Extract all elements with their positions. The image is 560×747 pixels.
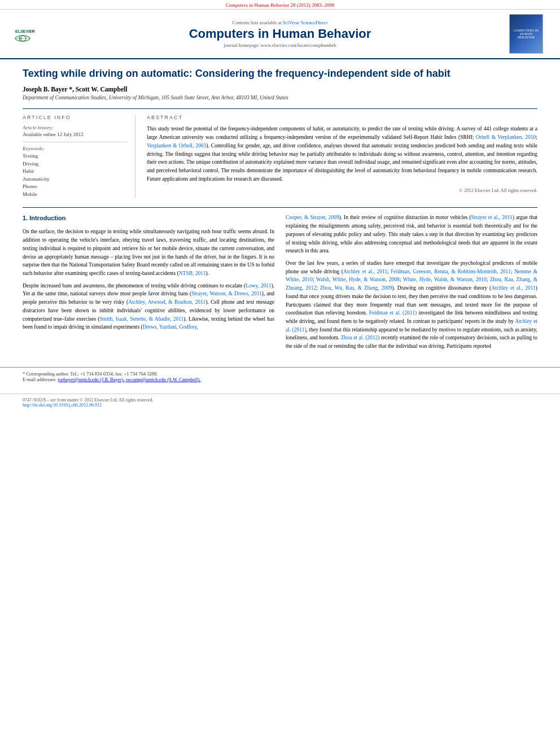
svg-text:ELSEVIER: ELSEVIER xyxy=(15,29,35,33)
section-divider xyxy=(23,207,537,208)
copyright-notice: © 2012 Elsevier Ltd. All rights reserved… xyxy=(147,187,537,193)
ref-smith-isaak[interactable]: Smith, Isaak, Senette, & Abadie, 2011 xyxy=(100,316,184,322)
right-paragraph-2: Over the last few years, a series of stu… xyxy=(286,259,537,351)
homepage-text: journal homepage: www.elsevier.com/locat… xyxy=(224,42,336,48)
cover-image: COMPUTERS IN HUMAN BEHAVIOR xyxy=(509,14,543,54)
ref-zhou-et-al[interactable]: Zhou et al. (2012) xyxy=(341,335,380,340)
ref-verplanken-orbell[interactable]: Verplanken & Orbell, 2003 xyxy=(147,143,206,148)
authors: Joseph B. Bayer *, Scott W. Campbell xyxy=(23,86,537,93)
intro-section-title: 1. Introduction xyxy=(23,213,274,223)
keyword-phones: Phones xyxy=(23,183,127,191)
keyword-automaticity: Automaticity xyxy=(23,176,127,184)
ref-ntsb[interactable]: NTSB, 2011 xyxy=(179,270,206,276)
article-title: Texting while driving on automatic: Cons… xyxy=(23,67,537,80)
ref-white2010[interactable]: White, Hyde, Walsh, & Watson, 2010 xyxy=(403,277,487,282)
email-bayer[interactable]: joebayer@umich.edu (J.B. Bayer), xyxy=(58,377,124,382)
ref-atchley2011[interactable]: Atchley et al., 2011 xyxy=(343,269,387,274)
ref-feldman2011[interactable]: Feldman, Greeson, Renna, & Robbins-Monte… xyxy=(391,269,510,274)
ref-orbell-verplanken[interactable]: Orbell & Verplanken, 2010 xyxy=(476,134,536,140)
elsevier-logo: ELSEVIER 🌿 xyxy=(14,25,54,42)
ref-walsh[interactable]: Walsh, White, Hyde, & Watson, 2008 xyxy=(316,277,400,282)
journal-center-info: Contents lists available at SciVerse Sci… xyxy=(56,20,504,48)
ref-atchley-contrast[interactable]: Atchley et al. (2011) xyxy=(286,318,537,333)
abstract-column: ABSTRACT This study tested the potential… xyxy=(147,115,537,198)
available-online: Available online 12 July 2012 xyxy=(23,132,127,137)
journal-citation: Computers in Human Behavior 28 (2012) 20… xyxy=(0,0,560,10)
keyword-driving: Driving xyxy=(23,160,127,168)
sciverse-text: Contents lists available at xyxy=(233,20,283,25)
ref-zhou2009[interactable]: Zhou, Wu, Rau, & Zhang, 2009 xyxy=(320,285,392,291)
intro-paragraph-2: Despite increased bans and awareness, th… xyxy=(23,282,274,331)
elsevier-logo-area: ELSEVIER 🌿 xyxy=(11,25,56,42)
sciverse-line: Contents lists available at SciVerse Sci… xyxy=(56,20,504,25)
article-info-column: ARTICLE INFO Article history: Available … xyxy=(23,115,135,198)
ref-strayer2011[interactable]: Strayer et al., 2011 xyxy=(471,215,512,220)
keywords-label: Keywords: xyxy=(23,146,127,151)
abstract-text: This study tested the potential of the f… xyxy=(147,125,537,183)
section-title-text: Introduction xyxy=(29,215,65,221)
svg-text:🌿: 🌿 xyxy=(19,37,23,41)
footnote-email: E-mail addresses: joebayer@umich.edu (J.… xyxy=(23,377,537,382)
ref-drews[interactable]: Drews, Yazdani, Godfrey, xyxy=(143,324,198,330)
body-right-column: Cooper, & Strayer, 2009). In their revie… xyxy=(286,213,537,355)
article-info-header: ARTICLE INFO xyxy=(23,115,127,120)
ref-feldman-et-al[interactable]: Feldman et al. (2011) xyxy=(369,310,417,316)
email-campbell[interactable]: swcamp@umich.edu (S.W. Campbell). xyxy=(126,377,201,382)
right-paragraph-1: Cooper, & Strayer, 2009). In their revie… xyxy=(286,213,537,255)
footnote-corresponding: * Corresponding author. Tel.: +1 734 834… xyxy=(23,371,537,377)
cover-label: COMPUTERS IN HUMAN BEHAVIOR xyxy=(512,29,540,39)
footer: 0747-5632/$ – see front matter © 2012 El… xyxy=(0,394,560,411)
intro-paragraph-1: On the surface, the decision to engage i… xyxy=(23,228,274,277)
ref-lowy[interactable]: Lowy, 2011 xyxy=(246,283,271,289)
keywords-list: Texting Driving Habit Automaticity Phone… xyxy=(23,152,127,198)
main-content: Texting while driving on automatic: Cons… xyxy=(0,59,560,362)
keyword-mobile: Mobile xyxy=(23,191,127,199)
email-label: E-mail addresses: xyxy=(23,377,56,382)
author-names: Joseph B. Bayer *, Scott W. Campbell xyxy=(23,86,127,93)
section-number: 1. xyxy=(23,215,28,221)
citation-text: Computers in Human Behavior 28 (2012) 20… xyxy=(226,2,335,8)
corresponding-author: * Corresponding author. Tel.: +1 734 834… xyxy=(23,371,158,377)
sciverse-link[interactable]: SciVerse ScienceDirect xyxy=(283,20,328,25)
abstract-header: ABSTRACT xyxy=(147,115,537,120)
ref-cooper[interactable]: Cooper, & Strayer, 2009 xyxy=(286,215,339,220)
ref-atchley-cdt[interactable]: Atchley et al., 2011 xyxy=(491,285,536,291)
article-info-abstract-section: ARTICLE INFO Article history: Available … xyxy=(23,108,537,198)
keyword-habit: Habit xyxy=(23,168,127,176)
ref-atchley-atwood[interactable]: Atchley, Atwood, & Boulton, 2011 xyxy=(128,299,205,305)
footer-doi: http://dx.doi.org/10.1016/j.chb.2012.06.… xyxy=(23,403,537,408)
affiliation: Department of Communication Studies, Uni… xyxy=(23,95,537,101)
journal-header: ELSEVIER 🌿 Contents lists available at S… xyxy=(0,10,560,59)
body-left-column: 1. Introduction On the surface, the deci… xyxy=(23,213,274,355)
journal-homepage: journal homepage: www.elsevier.com/locat… xyxy=(56,42,504,48)
footer-issn: 0747-5632/$ – see front matter © 2012 El… xyxy=(23,397,537,403)
body-content: 1. Introduction On the surface, the deci… xyxy=(23,213,537,355)
journal-title: Computers in Human Behavior xyxy=(56,27,504,41)
journal-cover: COMPUTERS IN HUMAN BEHAVIOR xyxy=(504,14,549,54)
ref-strayer-watson[interactable]: Strayer, Watson, & Drews, 2011 xyxy=(191,291,262,296)
history-label: Article history: xyxy=(23,125,127,130)
doi-link[interactable]: http://dx.doi.org/10.1016/j.chb.2012.06.… xyxy=(23,403,102,408)
footnote-area: * Corresponding author. Tel.: +1 734 834… xyxy=(0,367,560,382)
keyword-texting: Texting xyxy=(23,152,127,160)
